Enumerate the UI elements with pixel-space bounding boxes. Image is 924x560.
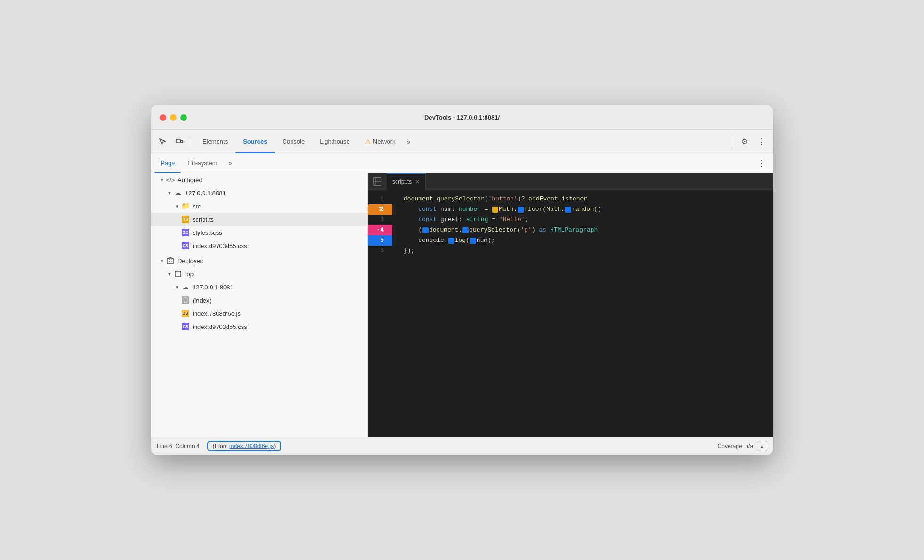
src-arrow: ▼ — [174, 203, 180, 209]
deployed-host-arrow: ▼ — [174, 284, 180, 290]
sub-more-tabs-button[interactable]: » — [225, 152, 236, 175]
script-ts-label: script.ts — [193, 216, 214, 223]
authored-arrow: ▼ — [159, 176, 165, 183]
devtools-window: DevTools - 127.0.0.1:8081/ Elements Sour… — [151, 105, 773, 455]
title-bar: DevTools - 127.0.0.1:8081/ — [151, 105, 773, 130]
type-marker-log — [448, 238, 454, 244]
index-js-label: index.7808df6e.js — [193, 310, 241, 317]
authored-host[interactable]: ▼ ☁ 127.0.0.1:8081 — [151, 186, 367, 200]
svg-rect-1 — [181, 140, 183, 143]
type-marker-doc — [422, 227, 429, 233]
authored-css-label: index.d9703d55.css — [193, 242, 247, 249]
top-rect-icon — [174, 270, 182, 278]
code-line-4: (document.querySelector('p') as HTMLPara… — [404, 225, 765, 235]
deployed-section[interactable]: ▼ Deployed — [151, 254, 367, 267]
line-5-num: 5 — [368, 235, 389, 246]
deployed-host-label: 127.0.0.1:8081 — [193, 284, 234, 291]
code-line-3: const greet: string = 'Hello'; — [404, 215, 765, 225]
src-folder[interactable]: ▼ 📁 src — [151, 200, 367, 213]
settings-icon[interactable]: ⚙ — [737, 134, 752, 149]
close-tab-button[interactable]: × — [415, 178, 419, 185]
authored-section[interactable]: ▼ </> Authored — [151, 173, 367, 186]
sub-tab-page[interactable]: Page — [155, 153, 180, 173]
src-label: src — [193, 203, 201, 210]
line-6-num: 6 — [368, 246, 389, 256]
type-marker-math — [492, 207, 498, 213]
line-4-num: ·· 4 — [368, 225, 389, 235]
line-3-num: 3 — [368, 215, 389, 225]
source-link[interactable]: index.7808df6e.js — [229, 443, 274, 449]
index-item[interactable]: (index) — [151, 294, 367, 307]
coverage-label: Coverage: n/a — [718, 443, 753, 449]
network-warning-icon: ⚠ — [365, 138, 371, 145]
index-js-item[interactable]: JS index.7808df6e.js — [151, 307, 367, 320]
coverage-icon-button[interactable]: ▲ — [757, 441, 767, 451]
toolbar-right: ⚙ ⋮ — [737, 134, 769, 149]
window-title: DevTools - 127.0.0.1:8081/ — [424, 114, 500, 121]
open-tab-script-ts[interactable]: script.ts × — [387, 173, 426, 190]
toolbar-separator — [732, 135, 732, 149]
deployed-cloud-icon: ☁ — [181, 283, 190, 291]
status-source-pill[interactable]: (From index.7808df6e.js) — [207, 441, 281, 451]
code-area: 1 ? 2 3 ·· 4 5 — [368, 190, 773, 437]
close-button[interactable] — [160, 114, 166, 121]
traffic-lights — [160, 114, 187, 121]
status-right: Coverage: n/a ▲ — [718, 441, 767, 451]
authored-icon: </> — [166, 176, 175, 184]
source-map-icon[interactable] — [372, 176, 383, 187]
js-icon: JS — [181, 309, 190, 318]
line-1-num: 1 — [368, 194, 389, 204]
code-line-5: console.log(num); — [404, 235, 765, 246]
main-content: ▼ </> Authored ▼ ☁ 127.0.0.1:8081 ▼ 📁 sr… — [151, 173, 773, 437]
code-editor-panel: script.ts × 1 ? 2 3 — [368, 173, 773, 437]
tab-lighthouse[interactable]: Lighthouse — [312, 130, 357, 153]
deployed-arrow: ▼ — [159, 257, 165, 264]
ts-icon: TS — [181, 215, 190, 224]
svg-rect-2 — [167, 259, 174, 264]
toolbar-tabs: Elements Sources Console Lighthouse ⚠ Ne… — [195, 130, 727, 153]
tab-console[interactable]: Console — [275, 130, 313, 153]
deployed-css-icon: CS — [181, 322, 190, 331]
sub-tab-filesystem[interactable]: Filesystem — [182, 153, 223, 173]
authored-css-icon: CS — [181, 241, 190, 250]
minimize-button[interactable] — [170, 114, 177, 121]
top-item[interactable]: ▼ top — [151, 267, 367, 280]
status-bar: Line 6, Column 4 (From index.7808df6e.js… — [151, 437, 773, 455]
svg-rect-0 — [176, 139, 180, 143]
type-marker-num — [470, 238, 476, 244]
toolbar-divider-1 — [191, 136, 191, 147]
file-tree-panel: ▼ </> Authored ▼ ☁ 127.0.0.1:8081 ▼ 📁 sr… — [151, 173, 368, 437]
deployed-css-label: index.d9703d55.css — [193, 323, 247, 330]
more-tabs-button[interactable]: » — [403, 130, 414, 153]
line-numbers: 1 ? 2 3 ·· 4 5 — [368, 190, 396, 437]
deployed-host[interactable]: ▼ ☁ 127.0.0.1:8081 — [151, 280, 367, 294]
deployed-label: Deployed — [178, 257, 203, 264]
deployed-css-item[interactable]: CS index.d9703d55.css — [151, 320, 367, 333]
authored-label: Authored — [178, 176, 203, 184]
maximize-button[interactable] — [180, 114, 187, 121]
code-tab-bar: script.ts × — [368, 173, 773, 190]
code-line-1: document.querySelector('button')?.addEve… — [404, 194, 765, 204]
top-label: top — [185, 271, 194, 278]
tab-elements[interactable]: Elements — [195, 130, 235, 153]
line-2-num: ? 2 — [368, 204, 389, 215]
top-arrow: ▼ — [166, 271, 173, 277]
inspect-icon[interactable] — [155, 134, 170, 149]
styles-scss-item[interactable]: SC styles.scss — [151, 226, 367, 239]
overflow-menu-icon[interactable]: ⋮ — [754, 134, 769, 149]
type-marker-random — [565, 207, 571, 213]
script-ts-item[interactable]: TS script.ts — [151, 213, 367, 226]
code-line-2: const num: number = Math.floor(Math.rand… — [404, 204, 765, 215]
sources-sub-toolbar: Page Filesystem » ⋮ — [151, 153, 773, 173]
tab-sources[interactable]: Sources — [235, 130, 275, 153]
authored-host-label: 127.0.0.1:8081 — [185, 190, 226, 197]
device-toggle-icon[interactable] — [172, 134, 187, 149]
authored-css-item[interactable]: CS index.d9703d55.css — [151, 239, 367, 252]
html-icon — [181, 296, 190, 304]
sub-toolbar-menu-icon[interactable]: ⋮ — [754, 156, 769, 171]
open-tab-label: script.ts — [392, 178, 412, 185]
tab-network[interactable]: ⚠ Network — [357, 130, 403, 153]
svg-rect-5 — [175, 271, 181, 277]
code-content[interactable]: document.querySelector('button')?.addEve… — [396, 190, 773, 437]
index-label: (index) — [193, 297, 211, 304]
